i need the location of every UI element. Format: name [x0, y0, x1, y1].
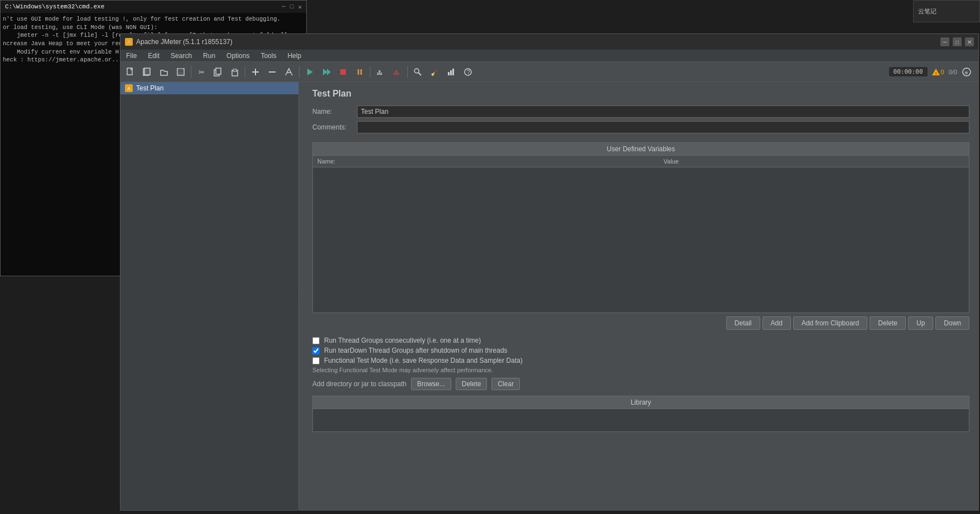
svg-rect-10	[233, 69, 236, 71]
empty-table-area	[313, 167, 969, 313]
warning-badge: ! 0	[932, 69, 944, 75]
svg-rect-18	[340, 69, 346, 75]
svg-point-23	[414, 69, 419, 73]
svg-text:🖧: 🖧	[376, 69, 383, 76]
toolbar: ✂	[120, 62, 978, 82]
menu-help[interactable]: Help	[282, 50, 307, 61]
toolbar-right: 00:00:00 ! 0 0/0 ⊕	[889, 67, 976, 77]
toolbar-help[interactable]: ?	[460, 64, 476, 80]
toolbar-templates[interactable]	[139, 64, 155, 80]
toolbar-cut[interactable]: ✂	[194, 64, 209, 80]
toolbar-paste[interactable]	[227, 64, 243, 80]
variables-section: User Defined Variables Name: Value	[312, 142, 969, 313]
toolbar-stop[interactable]	[335, 64, 351, 80]
test-plan-icon: A	[125, 84, 133, 92]
run-teardown-checkbox[interactable]	[312, 347, 320, 354]
comments-label: Comments:	[312, 123, 357, 131]
cmd-title: C:\Windows\system32\cmd.exe	[5, 3, 104, 10]
down-button[interactable]: Down	[935, 316, 969, 330]
clear-button[interactable]: Clear	[491, 378, 520, 390]
svg-line-24	[418, 73, 421, 75]
jmeter-close[interactable]: ✕	[965, 37, 974, 46]
add-button[interactable]: Add	[762, 316, 791, 330]
functional-note: Selecting Functional Test Mode may adver…	[312, 367, 969, 373]
svg-text:🖧: 🖧	[393, 69, 399, 76]
resize-handle[interactable]: ⋮	[299, 82, 303, 510]
menu-search[interactable]: Search	[165, 50, 197, 61]
svg-text:⊕: ⊕	[964, 70, 968, 75]
toolbar-report[interactable]	[443, 64, 459, 80]
run-consecutively-checkbox[interactable]	[312, 337, 320, 344]
toolbar-sep5	[407, 66, 408, 78]
cmd-controls: ─ □ ✕	[282, 3, 302, 11]
cmd-minimize[interactable]: ─	[282, 3, 286, 11]
add-from-clipboard-button[interactable]: Add from Clipboard	[793, 316, 867, 330]
timer-display: 00:00:00	[889, 67, 928, 76]
svg-rect-20	[360, 69, 362, 75]
remote-icon: ⊕	[962, 67, 972, 77]
main-content: A Test Plan ⋮ Test Plan Name: Comments: …	[120, 82, 978, 510]
menu-edit[interactable]: Edit	[142, 50, 165, 61]
toolbar-sep4	[370, 66, 370, 78]
toolbar-remove[interactable]	[264, 64, 280, 80]
toolbar-new[interactable]	[123, 64, 138, 80]
menu-tools[interactable]: Tools	[255, 50, 282, 61]
svg-rect-2	[144, 68, 150, 75]
svg-marker-15	[307, 69, 313, 75]
toolbar-remote-start[interactable]: 🖧	[373, 64, 388, 80]
toolbar-shutdown[interactable]	[352, 64, 368, 80]
jmeter-minimize[interactable]: ─	[940, 37, 949, 46]
run-teardown-label: Run tearDown Thread Groups after shutdow…	[324, 347, 508, 354]
classpath-row: Add directory or jar to classpath Browse…	[312, 378, 969, 390]
toolbar-sep1	[191, 66, 191, 78]
functional-mode-checkbox[interactable]	[312, 357, 320, 364]
classpath-label: Add directory or jar to classpath	[312, 380, 407, 388]
name-input[interactable]	[357, 105, 969, 118]
name-field-row: Name:	[312, 105, 969, 118]
functional-mode-label: Functional Test Mode (i.e. save Response…	[324, 357, 523, 364]
svg-marker-16	[323, 69, 327, 75]
panel-title: Test Plan	[312, 89, 969, 99]
toolbar-copy[interactable]	[210, 64, 226, 80]
cmd-maximize[interactable]: □	[290, 3, 294, 11]
svg-text:?: ?	[467, 69, 470, 75]
toolbar-search[interactable]	[410, 64, 426, 80]
toolbar-toggle[interactable]	[281, 64, 297, 80]
toolbar-clear[interactable]: 🧹	[427, 64, 442, 80]
library-section: Library	[312, 396, 969, 432]
svg-text:✂: ✂	[199, 68, 205, 76]
jmeter-app-icon: A	[125, 38, 133, 46]
svg-marker-17	[327, 69, 331, 75]
checkbox-row-3: Functional Test Mode (i.e. save Response…	[312, 357, 969, 364]
menu-options[interactable]: Options	[221, 50, 255, 61]
svg-rect-27	[450, 70, 452, 75]
tree-panel: A Test Plan	[120, 82, 299, 510]
toolbar-remote-stop[interactable]: 🖧	[389, 64, 405, 80]
comments-field-row: Comments:	[312, 121, 969, 133]
toolbar-add[interactable]	[248, 64, 263, 80]
action-buttons: Detail Add Add from Clipboard Delete Up …	[312, 313, 969, 333]
checkbox-row-2: Run tearDown Thread Groups after shutdow…	[312, 347, 969, 354]
classpath-delete-button[interactable]: Delete	[456, 378, 487, 390]
name-label: Name:	[312, 108, 357, 116]
cmd-close[interactable]: ✕	[298, 3, 302, 11]
svg-rect-5	[178, 69, 182, 71]
jmeter-maximize[interactable]: □	[953, 37, 962, 46]
toolbar-save[interactable]	[173, 64, 189, 80]
jmeter-window: A Apache JMeter (5.1.1 r1855137) ─ □ ✕ F…	[120, 33, 979, 511]
jmeter-controls[interactable]: ─ □ ✕	[940, 37, 974, 46]
menu-file[interactable]: File	[120, 50, 142, 61]
toolbar-start[interactable]	[302, 64, 317, 80]
tree-item-label: Test Plan	[136, 84, 163, 92]
comments-input[interactable]	[357, 121, 969, 133]
delete-button[interactable]: Delete	[870, 316, 906, 330]
note-app: 云笔记	[913, 0, 980, 22]
up-button[interactable]: Up	[908, 316, 933, 330]
toolbar-open[interactable]	[156, 64, 172, 80]
menu-run[interactable]: Run	[197, 50, 221, 61]
browse-button[interactable]: Browse...	[411, 378, 451, 390]
detail-button[interactable]: Detail	[726, 316, 760, 330]
tree-item-test-plan[interactable]: A Test Plan	[120, 82, 298, 94]
toolbar-start-no-pause[interactable]	[318, 64, 334, 80]
error-count: 0/0	[949, 69, 957, 75]
